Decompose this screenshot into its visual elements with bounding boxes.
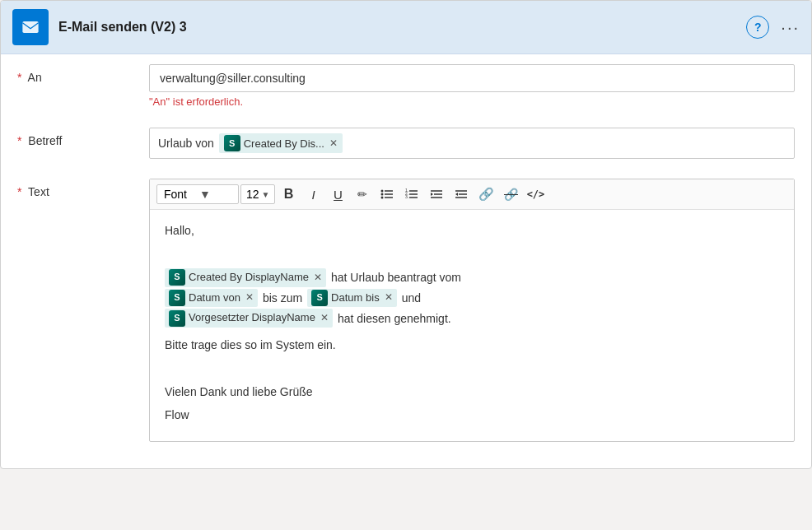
token-datum-von[interactable]: S Datum von ✕ bbox=[165, 289, 258, 308]
token-created-by-icon: S bbox=[169, 269, 185, 286]
card-header: E-Mail senden (V2) 3 ? ··· bbox=[1, 1, 811, 54]
rte-line2: S Datum von ✕ bis zum S Datum bis ✕ und bbox=[165, 289, 779, 308]
size-dropdown-arrow: ▼ bbox=[262, 190, 270, 199]
size-dropdown[interactable]: 12 ▼ bbox=[240, 184, 275, 204]
an-error-message: "An" ist erforderlich. bbox=[149, 95, 795, 108]
svg-rect-1 bbox=[22, 21, 38, 33]
token-datum-von-label: Datum von bbox=[189, 290, 240, 307]
token-created-by-label: Created By DisplayName bbox=[189, 269, 309, 286]
betreff-token[interactable]: S Created By Dis... ✕ bbox=[219, 133, 343, 153]
text-row: * Text Font ▼ 12 ▼ B bbox=[1, 169, 811, 452]
rte-closing2: Flow bbox=[165, 406, 779, 424]
token-vorgesetzter-icon: S bbox=[169, 310, 185, 327]
betreff-content: Urlaub von S Created By Dis... ✕ bbox=[149, 128, 795, 159]
indent-increase-button[interactable] bbox=[450, 183, 473, 206]
font-dropdown-arrow: ▼ bbox=[199, 188, 231, 201]
rte-line2-suffix: und bbox=[402, 289, 421, 307]
rte-closing1: Vielen Dank und liebe Grüße bbox=[165, 383, 779, 401]
rte-line1-suffix: hat Urlaub beantragt vom bbox=[331, 268, 461, 286]
code-button[interactable]: </> bbox=[524, 183, 547, 206]
token-datum-bis-icon: S bbox=[311, 290, 328, 306]
unlink-button[interactable]: 🔗 bbox=[499, 183, 522, 206]
size-dropdown-label: 12 bbox=[246, 188, 259, 201]
indent-decrease-button[interactable] bbox=[425, 183, 448, 206]
rte-container: Font ▼ 12 ▼ B I U ✏ bbox=[149, 179, 795, 442]
underline-button[interactable]: U bbox=[326, 183, 349, 206]
betreff-field[interactable]: Urlaub von S Created By Dis... ✕ bbox=[149, 128, 795, 159]
unordered-list-button[interactable] bbox=[376, 183, 399, 206]
token-datum-bis[interactable]: S Datum bis ✕ bbox=[307, 289, 397, 308]
font-dropdown[interactable]: Font ▼ bbox=[156, 184, 239, 204]
svg-marker-21 bbox=[455, 193, 458, 196]
text-label: * Text bbox=[17, 179, 149, 198]
form-body: * An "An" ist erforderlich. * Betreff Ur… bbox=[1, 54, 811, 468]
rte-line4: Bitte trage dies so im System ein. bbox=[165, 336, 779, 354]
rte-line3: S Vorgesetzter DisplayName ✕ hat diesen … bbox=[165, 309, 779, 328]
app-icon bbox=[12, 9, 49, 45]
highlight-button[interactable]: ✏ bbox=[351, 183, 374, 206]
an-content: "An" ist erforderlich. bbox=[149, 64, 795, 108]
text-content: Font ▼ 12 ▼ B I U ✏ bbox=[149, 179, 795, 442]
an-required-marker: * bbox=[17, 71, 21, 84]
token-datum-von-close[interactable]: ✕ bbox=[245, 290, 254, 305]
bold-button[interactable]: B bbox=[277, 183, 300, 206]
email-send-card: E-Mail senden (V2) 3 ? ··· * An "An" ist… bbox=[0, 0, 812, 469]
rte-line3-suffix: hat diesen genehmigt. bbox=[338, 309, 451, 328]
svg-marker-17 bbox=[431, 193, 433, 196]
svg-point-6 bbox=[381, 197, 384, 199]
betreff-label: * Betreff bbox=[17, 128, 149, 147]
token-datum-von-icon: S bbox=[169, 290, 185, 306]
token-vorgesetzter-close[interactable]: ✕ bbox=[320, 310, 329, 326]
an-row: * An "An" ist erforderlich. bbox=[1, 54, 811, 118]
card-title: E-Mail senden (V2) 3 bbox=[58, 20, 736, 35]
ordered-list-button[interactable]: 1.2.3. bbox=[400, 183, 423, 206]
rte-content-area[interactable]: Hallo, S Created By DisplayName ✕ hat Ur… bbox=[150, 210, 794, 441]
an-label: * An bbox=[17, 64, 149, 84]
betreff-prefix-text: Urlaub von bbox=[158, 137, 214, 150]
token-datum-bis-label: Datum bis bbox=[331, 290, 380, 307]
svg-point-2 bbox=[381, 190, 384, 193]
italic-button[interactable]: I bbox=[301, 183, 324, 206]
token-datum-bis-close[interactable]: ✕ bbox=[385, 290, 393, 305]
rte-greeting: Hallo, bbox=[165, 221, 779, 239]
rte-line-blank bbox=[165, 244, 779, 263]
betreff-token-close[interactable]: ✕ bbox=[329, 137, 338, 149]
font-dropdown-label: Font bbox=[164, 188, 196, 201]
betreff-row: * Betreff Urlaub von S Created By Dis...… bbox=[1, 118, 811, 169]
rte-blank2 bbox=[165, 360, 779, 378]
help-button[interactable]: ? bbox=[746, 16, 769, 39]
token-created-by-close[interactable]: ✕ bbox=[314, 270, 322, 286]
header-actions: ? ··· bbox=[746, 16, 800, 39]
link-button[interactable]: 🔗 bbox=[474, 183, 497, 206]
an-input[interactable] bbox=[149, 64, 795, 92]
svg-point-4 bbox=[381, 193, 384, 196]
token-vorgesetzter[interactable]: S Vorgesetzter DisplayName ✕ bbox=[165, 309, 333, 328]
betreff-token-label: Created By Dis... bbox=[244, 137, 324, 150]
svg-text:3.: 3. bbox=[405, 194, 408, 199]
token-vorgesetzter-label: Vorgesetzter DisplayName bbox=[189, 309, 315, 327]
more-options-button[interactable]: ··· bbox=[781, 18, 800, 37]
text-required-marker: * bbox=[17, 185, 21, 198]
betreff-token-icon: S bbox=[224, 135, 240, 151]
rte-line1: S Created By DisplayName ✕ hat Urlaub be… bbox=[165, 268, 779, 287]
betreff-required-marker: * bbox=[17, 134, 21, 147]
rte-toolbar: Font ▼ 12 ▼ B I U ✏ bbox=[150, 179, 794, 210]
rte-bis-text: bis zum bbox=[263, 289, 302, 307]
rte-bottom-lines: Bitte trage dies so im System ein. Viele… bbox=[165, 336, 779, 425]
token-created-by[interactable]: S Created By DisplayName ✕ bbox=[165, 268, 326, 287]
